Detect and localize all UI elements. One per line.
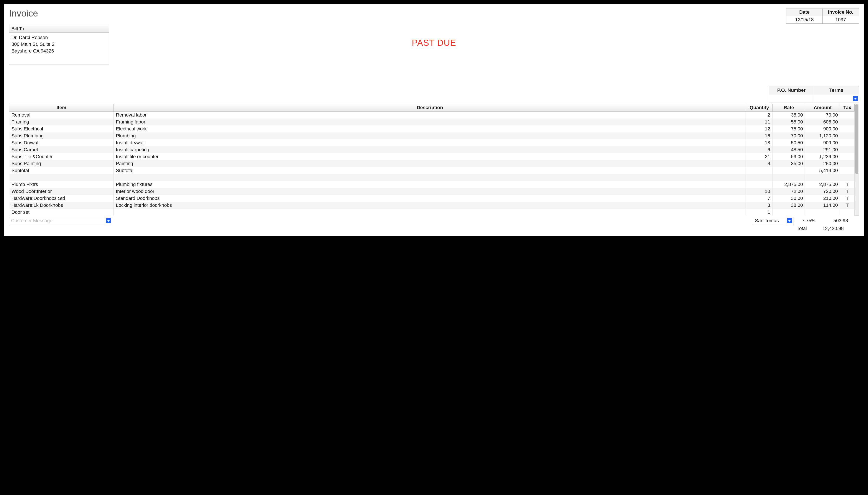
amount-cell[interactable]: 280.00	[805, 160, 840, 167]
description-cell[interactable]: Painting	[114, 160, 746, 167]
tax-cell[interactable]	[840, 112, 854, 119]
description-cell[interactable]: Electrical work	[114, 125, 746, 132]
table-row[interactable]: Hardware:Lk DoorknobsLocking interior do…	[9, 202, 854, 209]
tax-cell[interactable]	[840, 132, 854, 139]
item-cell[interactable]: Door set	[9, 209, 114, 216]
item-cell[interactable]: Removal	[9, 112, 114, 119]
rate-cell[interactable]: 2,875.00	[772, 181, 805, 188]
table-row[interactable]: Subs:ElectricalElectrical work1275.00900…	[9, 125, 854, 132]
po-number-value[interactable]	[769, 95, 814, 102]
item-cell[interactable]: Subs:Carpet	[9, 146, 114, 153]
description-cell[interactable]: Install carpeting	[114, 146, 746, 153]
amount-cell[interactable]: 291.00	[805, 146, 840, 153]
quantity-cell[interactable]	[746, 167, 772, 174]
customer-message-select[interactable]: Customer Message	[9, 217, 113, 224]
tax-cell[interactable]	[840, 153, 854, 160]
terms-value[interactable]	[814, 95, 859, 102]
item-cell[interactable]: Subs:Drywall	[9, 139, 114, 146]
rate-cell[interactable]: 59.00	[772, 153, 805, 160]
description-cell[interactable]: Install drywall	[114, 139, 746, 146]
item-cell[interactable]	[9, 174, 114, 181]
description-cell[interactable]: Locking interior doorknobs	[114, 202, 746, 209]
item-cell[interactable]: Subs:Plumbing	[9, 132, 114, 139]
quantity-cell[interactable]: 12	[746, 125, 772, 132]
rate-cell[interactable]: 75.00	[772, 125, 805, 132]
table-row[interactable]: Subs:DrywallInstall drywall1850.50909.00	[9, 139, 854, 146]
rate-cell[interactable]	[772, 209, 805, 216]
amount-cell[interactable]: 909.00	[805, 139, 840, 146]
description-cell[interactable]	[114, 209, 746, 216]
item-cell[interactable]: Framing	[9, 119, 114, 125]
amount-cell[interactable]	[805, 174, 840, 181]
rate-cell[interactable]: 35.00	[772, 112, 805, 119]
description-cell[interactable]: Plumbing fixtures	[114, 181, 746, 188]
table-row[interactable]	[9, 174, 854, 181]
tax-cell[interactable]	[840, 209, 854, 216]
rate-cell[interactable]: 30.00	[772, 195, 805, 202]
description-cell[interactable]: Plumbing	[114, 132, 746, 139]
tax-location-select[interactable]: San Tomas	[753, 217, 794, 224]
quantity-cell[interactable]: 6	[746, 146, 772, 153]
amount-cell[interactable]: 2,875.00	[805, 181, 840, 188]
rate-cell[interactable]: 70.00	[772, 132, 805, 139]
tax-cell[interactable]	[840, 139, 854, 146]
quantity-cell[interactable]: 3	[746, 202, 772, 209]
quantity-cell[interactable]: 21	[746, 153, 772, 160]
table-row[interactable]: Wood Door:InteriorInterior wood door1072…	[9, 188, 854, 195]
item-cell[interactable]: Subs:Painting	[9, 160, 114, 167]
item-cell[interactable]: Subs:Electrical	[9, 125, 114, 132]
quantity-cell[interactable]	[746, 174, 772, 181]
tax-cell[interactable]: T	[840, 181, 854, 188]
quantity-cell[interactable]: 11	[746, 119, 772, 125]
description-cell[interactable]: Standard Doorknobs	[114, 195, 746, 202]
table-row[interactable]: Door set1	[9, 209, 854, 216]
scrollbar-thumb[interactable]	[855, 104, 858, 174]
description-cell[interactable]: Removal labor	[114, 112, 746, 119]
quantity-cell[interactable]: 16	[746, 132, 772, 139]
table-row[interactable]: Plumb FixtrsPlumbing fixtures2,875.002,8…	[9, 181, 854, 188]
description-cell[interactable]: Install tile or counter	[114, 153, 746, 160]
table-row[interactable]: Hardware:Doorknobs StdStandard Doorknobs…	[9, 195, 854, 202]
quantity-cell[interactable]: 1	[746, 209, 772, 216]
rate-cell[interactable]: 72.00	[772, 188, 805, 195]
rate-cell[interactable]	[772, 174, 805, 181]
item-cell[interactable]: Plumb Fixtrs	[9, 181, 114, 188]
quantity-cell[interactable]	[746, 181, 772, 188]
quantity-cell[interactable]: 2	[746, 112, 772, 119]
amount-cell[interactable]: 70.00	[805, 112, 840, 119]
item-cell[interactable]: Wood Door:Interior	[9, 188, 114, 195]
amount-cell[interactable]: 5,414.00	[805, 167, 840, 174]
amount-cell[interactable]: 1,120.00	[805, 132, 840, 139]
description-cell[interactable]: Subtotal	[114, 167, 746, 174]
tax-cell[interactable]	[840, 146, 854, 153]
table-row[interactable]: RemovalRemoval labor235.0070.00	[9, 112, 854, 119]
bill-to-address[interactable]: Dr. Darci Robson 300 Main St, Suite 2 Ba…	[9, 33, 109, 64]
quantity-cell[interactable]: 8	[746, 160, 772, 167]
quantity-cell[interactable]: 10	[746, 188, 772, 195]
tax-cell[interactable]	[840, 119, 854, 125]
amount-cell[interactable]: 1,239.00	[805, 153, 840, 160]
tax-cell[interactable]	[840, 125, 854, 132]
table-row[interactable]: SubtotalSubtotal5,414.00	[9, 167, 854, 174]
rate-cell[interactable]	[772, 167, 805, 174]
table-row[interactable]: Subs:PaintingPainting835.00280.00	[9, 160, 854, 167]
table-row[interactable]: Subs:CarpetInstall carpeting648.50291.00	[9, 146, 854, 153]
tax-cell[interactable]: T	[840, 188, 854, 195]
table-row[interactable]: Subs:PlumbingPlumbing1670.001,120.00	[9, 132, 854, 139]
amount-cell[interactable]: 900.00	[805, 125, 840, 132]
tax-cell[interactable]	[840, 174, 854, 181]
description-cell[interactable]	[114, 174, 746, 181]
rate-cell[interactable]: 55.00	[772, 119, 805, 125]
amount-cell[interactable]: 210.00	[805, 195, 840, 202]
chevron-down-icon[interactable]	[106, 218, 111, 223]
item-cell[interactable]: Subs:Tile &Counter	[9, 153, 114, 160]
description-cell[interactable]: Framing labor	[114, 119, 746, 125]
amount-cell[interactable]: 605.00	[805, 119, 840, 125]
rate-cell[interactable]: 35.00	[772, 160, 805, 167]
quantity-cell[interactable]: 18	[746, 139, 772, 146]
item-cell[interactable]: Hardware:Lk Doorknobs	[9, 202, 114, 209]
quantity-cell[interactable]: 7	[746, 195, 772, 202]
amount-cell[interactable]: 114.00	[805, 202, 840, 209]
invoice-no-value[interactable]: 1097	[823, 16, 859, 24]
table-row[interactable]: Subs:Tile &CounterInstall tile or counte…	[9, 153, 854, 160]
